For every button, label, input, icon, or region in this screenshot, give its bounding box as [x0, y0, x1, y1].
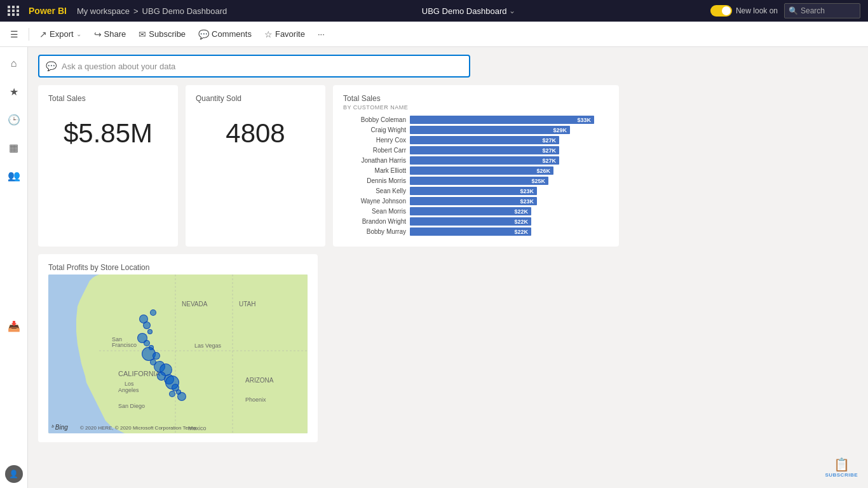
avatar[interactable]: 👤	[5, 465, 23, 483]
bar-fill-8: $23K	[410, 197, 537, 205]
svg-text:Las Vegas: Las Vegas	[194, 342, 222, 349]
waffle-icon[interactable]	[8, 6, 20, 16]
bar-track-0: $33K	[410, 116, 609, 124]
export-button[interactable]: ↗ Export ⌄	[34, 27, 86, 42]
bing-logo: ᵇ Bing	[51, 424, 68, 431]
bar-row-4: Jonathan Harris $27K	[343, 156, 609, 165]
sidebar-apps[interactable]: ▦	[3, 136, 25, 159]
main-content: 💬 Ask a question about your data Total S…	[28, 47, 868, 488]
sidebar-home[interactable]: ⌂	[3, 52, 25, 75]
bar-row-7: Sean Kelly $23K	[343, 187, 609, 195]
qty-sold-card: Quantity Sold 4808	[186, 85, 325, 247]
bar-label-9: Sean Morris	[343, 208, 410, 215]
breadcrumb-sep: >	[133, 6, 139, 16]
avatar-initials: 👤	[9, 470, 18, 478]
bar-row-9: Sean Morris $22K	[343, 207, 609, 215]
more-icon: ···	[318, 29, 325, 39]
bar-fill-11: $22K	[410, 227, 531, 236]
qty-sold-title: Quantity Sold	[196, 94, 315, 103]
export-chevron: ⌄	[76, 30, 81, 37]
top-nav: Power BI My workspace > UBG Demo Dashboa…	[0, 0, 868, 22]
subscribe-bottom-button[interactable]: 📋 SUBSCRIBE	[825, 457, 858, 478]
svg-text:ARIZONA: ARIZONA	[245, 377, 274, 384]
bar-chart-card: Total Sales BY CUSTOMER NAME Bobby Colem…	[333, 85, 619, 247]
center-title-text: UBG Demo Dashboard	[422, 6, 507, 16]
svg-text:Angeles: Angeles	[118, 387, 139, 393]
bar-row-10: Brandon Wright $22K	[343, 217, 609, 226]
bar-label-4: Jonathan Harris	[343, 157, 410, 164]
svg-text:San Diego: San Diego	[118, 403, 145, 409]
comments-button[interactable]: 💬 Comments	[193, 27, 257, 42]
search-placeholder: Search	[801, 6, 825, 15]
qa-bar[interactable]: 💬 Ask a question about your data	[38, 55, 470, 78]
bar-row-2: Henry Cox $27K	[343, 136, 609, 144]
bar-label-7: Sean Kelly	[343, 187, 410, 194]
bar-val-2: $27K	[542, 137, 557, 144]
workspace-link[interactable]: My workspace	[77, 6, 130, 16]
bar-val-0: $33K	[577, 117, 592, 123]
bar-track-7: $23K	[410, 187, 609, 195]
bar-val-1: $29K	[553, 127, 568, 133]
sidebar: ⌂ ★ 🕒 ▦ 👥 📥 👤	[0, 47, 28, 488]
bar-label-10: Brandon Wright	[343, 218, 410, 225]
subscribe-bottom-label: SUBSCRIBE	[825, 472, 858, 478]
bar-label-8: Wayne Johnson	[343, 198, 410, 205]
sidebar-inbox[interactable]: 📥	[3, 315, 25, 337]
share-icon: ↪	[94, 29, 102, 39]
toggle-pill[interactable]	[710, 5, 732, 17]
subscribe-label: Subscribe	[149, 29, 186, 39]
bar-row-5: Mark Elliott $26K	[343, 166, 609, 175]
hamburger-menu[interactable]: ☰	[5, 27, 24, 42]
share-button[interactable]: ↪ Share	[89, 27, 132, 42]
bar-label-11: Bobby Murray	[343, 228, 410, 235]
map-card: Total Profits by Store Location CALIFORN	[38, 254, 318, 442]
bar-track-10: $22K	[410, 217, 609, 226]
bar-label-6: Dennis Morris	[343, 177, 410, 184]
qa-icon: 💬	[46, 61, 57, 71]
map-dot-17	[169, 391, 175, 397]
bar-fill-9: $22K	[410, 207, 531, 215]
svg-text:NEVADA: NEVADA	[182, 301, 208, 308]
total-sales-value: $5.85M	[48, 105, 168, 161]
bar-row-8: Wayne Johnson $23K	[343, 197, 609, 205]
bar-fill-0: $33K	[410, 116, 594, 124]
bar-val-6: $25K	[531, 178, 546, 184]
bar-track-3: $27K	[410, 146, 609, 154]
new-look-toggle[interactable]: New look on	[710, 5, 778, 17]
bar-fill-3: $27K	[410, 146, 559, 154]
svg-text:CALIFORNIA: CALIFORNIA	[118, 370, 161, 377]
bar-val-5: $26K	[536, 168, 552, 174]
export-label: Export	[50, 29, 74, 39]
subscribe-icon: ✉	[139, 29, 146, 39]
svg-text:Francisco: Francisco	[112, 342, 137, 348]
bar-chart-title: Total Sales	[343, 94, 609, 103]
favorite-button[interactable]: ☆ Favorite	[259, 27, 310, 42]
search-box[interactable]: 🔍 Search	[784, 3, 860, 18]
sidebar-recent[interactable]: 🕒	[3, 108, 25, 131]
map-dot-18	[177, 392, 186, 401]
qa-placeholder: Ask a question about your data	[62, 62, 175, 71]
chevron-icon[interactable]: ⌄	[509, 6, 515, 15]
map-area: CALIFORNIA NEVADA UTAH ARIZONA Las Vegas…	[48, 274, 308, 433]
map-dot-3	[147, 329, 153, 334]
bar-fill-1: $29K	[410, 126, 570, 134]
new-look-label: New look on	[736, 6, 778, 15]
sidebar-favorites[interactable]: ★	[3, 80, 25, 103]
toolbar: ☰ ↗ Export ⌄ ↪ Share ✉ Subscribe 💬 Comme…	[0, 22, 868, 47]
svg-marker-1	[76, 274, 308, 433]
map-title: Total Profits by Store Location	[48, 263, 308, 272]
more-button[interactable]: ···	[313, 27, 330, 41]
bar-row-6: Dennis Morris $25K	[343, 177, 609, 185]
sidebar-shared[interactable]: 👥	[3, 164, 25, 187]
subscribe-button[interactable]: ✉ Subscribe	[133, 27, 191, 42]
total-sales-title: Total Sales	[48, 94, 168, 103]
bar-fill-4: $27K	[410, 156, 559, 165]
map-dot-2	[143, 322, 151, 329]
export-icon: ↗	[39, 29, 47, 39]
bar-label-5: Mark Elliott	[343, 167, 410, 174]
bar-val-11: $22K	[514, 229, 529, 235]
dashboard-link[interactable]: UBG Demo Dashboard	[142, 6, 227, 16]
center-title: UBG Demo Dashboard ⌄	[422, 6, 516, 16]
bar-track-6: $25K	[410, 177, 609, 185]
star-icon: ☆	[264, 29, 273, 39]
